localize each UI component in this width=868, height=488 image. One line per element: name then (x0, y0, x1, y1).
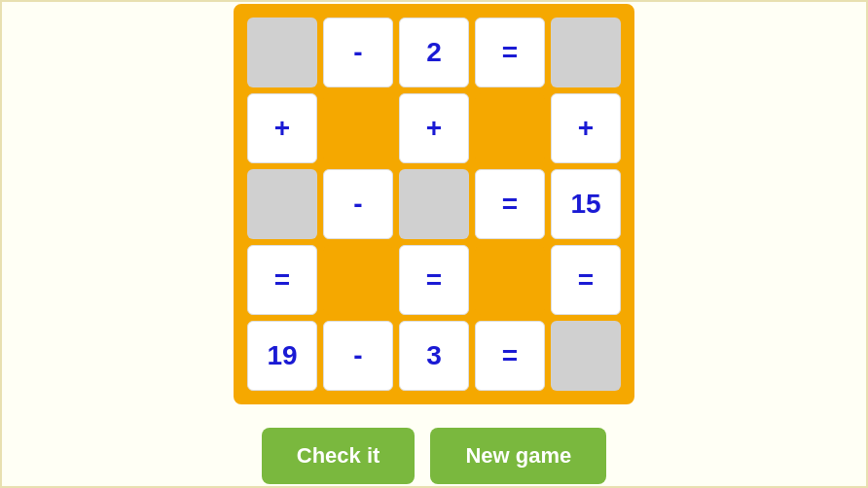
cell-operator-13: = (475, 169, 545, 239)
cell-operator-5: + (247, 93, 317, 163)
cell-input-12[interactable] (399, 169, 469, 239)
cell-orange-18 (475, 245, 545, 315)
cell-input-4[interactable] (551, 17, 621, 87)
new-game-button[interactable]: New game (430, 428, 606, 484)
cell-number-2: 2 (399, 17, 469, 87)
cell-orange-6 (323, 93, 393, 163)
puzzle-grid: -2=+++-=15===19-3= (234, 4, 634, 404)
cell-operator-11: - (323, 169, 393, 239)
cell-number-22: 3 (399, 321, 469, 391)
cell-number-14: 15 (551, 169, 621, 239)
cell-operator-15: = (247, 245, 317, 315)
cell-operator-7: + (399, 93, 469, 163)
cell-operator-1: - (323, 17, 393, 87)
cell-operator-19: = (551, 245, 621, 315)
cell-orange-8 (475, 93, 545, 163)
game-container: -2=+++-=15===19-3= Check it New game (234, 4, 634, 484)
cell-operator-3: = (475, 17, 545, 87)
cell-operator-21: - (323, 321, 393, 391)
cell-operator-9: + (551, 93, 621, 163)
cell-input-10[interactable] (247, 169, 317, 239)
cell-input-24[interactable] (551, 321, 621, 391)
cell-operator-17: = (399, 245, 469, 315)
check-button[interactable]: Check it (262, 428, 416, 484)
buttons-row: Check it New game (262, 428, 606, 484)
cell-operator-23: = (475, 321, 545, 391)
cell-number-20: 19 (247, 321, 317, 391)
cell-orange-16 (323, 245, 393, 315)
cell-input-0[interactable] (247, 17, 317, 87)
